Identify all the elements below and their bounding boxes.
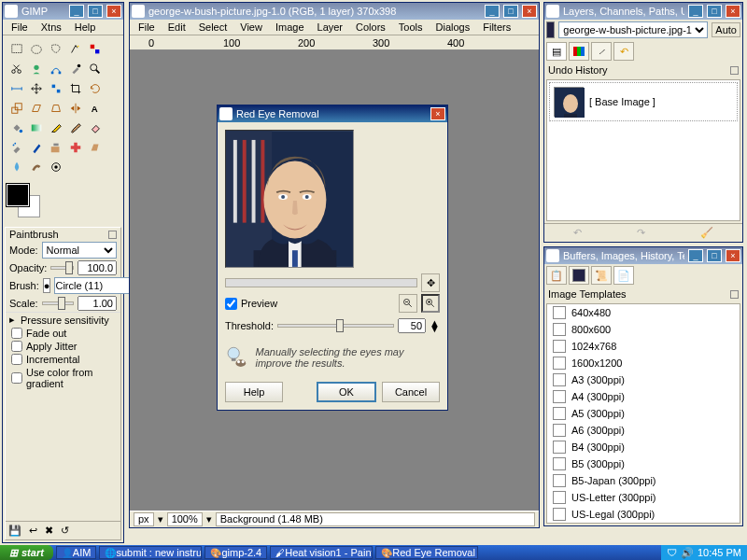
menu-select[interactable]: Select xyxy=(194,21,233,34)
gradient-check[interactable] xyxy=(11,372,22,384)
menu-image[interactable]: Image xyxy=(271,21,309,34)
system-tray[interactable]: 🛡 🔊 10:45 PM xyxy=(661,545,747,560)
opacity-value[interactable] xyxy=(78,260,117,275)
clear-undo-icon[interactable]: 🧹 xyxy=(700,227,713,239)
templates-list[interactable]: 640x480800x6001024x7681600x1200A3 (300pp… xyxy=(546,303,740,524)
cancel-button[interactable]: Cancel xyxy=(382,382,440,402)
close-button[interactable]: × xyxy=(430,107,445,120)
status-zoom[interactable]: 100% xyxy=(167,512,203,526)
tool-color-picker[interactable] xyxy=(65,59,85,78)
tool-free-select[interactable] xyxy=(46,39,65,59)
save-options-icon[interactable]: 💾 xyxy=(8,525,21,537)
template-item[interactable]: 640x480 xyxy=(547,304,740,321)
layers-titlebar[interactable]: Layers, Channels, Paths, Undo _ □ × xyxy=(544,3,742,20)
tab-paths[interactable]: ⟋ xyxy=(591,42,612,61)
tab-undo[interactable]: ↶ xyxy=(613,42,634,61)
menu-colors[interactable]: Colors xyxy=(351,21,390,34)
tool-clone[interactable] xyxy=(46,137,65,157)
minimize-button[interactable]: _ xyxy=(688,249,703,262)
template-item[interactable]: 1024x768 xyxy=(547,338,740,355)
panel-menu-icon[interactable] xyxy=(730,66,739,75)
tool-fuzzy-select[interactable] xyxy=(65,39,85,59)
delete-options-icon[interactable]: ✖ xyxy=(45,525,53,537)
template-item[interactable]: 747x560 xyxy=(547,321,740,338)
tool-zoom[interactable] xyxy=(85,59,105,78)
close-button[interactable]: × xyxy=(726,249,740,262)
spin-down-icon[interactable]: ▼ xyxy=(430,326,440,331)
tool-heal[interactable] xyxy=(65,137,85,157)
move-icon[interactable]: ✥ xyxy=(421,273,440,292)
threshold-value[interactable] xyxy=(398,318,426,333)
minimize-button[interactable]: _ xyxy=(688,5,703,18)
tool-ellipse-select[interactable] xyxy=(26,39,46,59)
close-button[interactable]: × xyxy=(726,5,740,18)
menu-file[interactable]: File xyxy=(134,21,160,34)
fg-color[interactable] xyxy=(7,184,29,206)
menu-help[interactable]: Help xyxy=(70,21,101,34)
tool-crop[interactable] xyxy=(65,78,85,98)
image-select[interactable]: george-w-bush-picture.jpg-1 xyxy=(558,21,708,38)
tool-paintbrush[interactable] xyxy=(65,118,85,137)
tool-scissors[interactable] xyxy=(7,59,26,78)
undo-icon[interactable]: ↶ xyxy=(573,227,582,239)
tool-flip[interactable] xyxy=(65,98,85,118)
dropdown-icon[interactable]: ▾ xyxy=(158,513,163,525)
templates-titlebar[interactable]: Buffers, Images, History, Templates _ □ … xyxy=(544,247,742,264)
help-button[interactable]: Help xyxy=(225,382,283,402)
minimize-button[interactable]: _ xyxy=(69,5,84,18)
tool-blend[interactable] xyxy=(26,118,46,137)
tool-text[interactable]: A xyxy=(85,98,105,118)
menu-view[interactable]: View xyxy=(235,21,267,34)
start-button[interactable]: ⊞start xyxy=(0,545,53,560)
toolbox-titlebar[interactable]: GIMP _ □ × xyxy=(3,3,123,20)
panel-menu-icon[interactable] xyxy=(730,290,739,299)
tool-perspective-clone[interactable] xyxy=(85,137,105,157)
tool-ink[interactable] xyxy=(26,137,46,157)
tool-color-select[interactable] xyxy=(85,39,105,59)
close-button[interactable]: × xyxy=(106,5,121,18)
status-units[interactable]: px xyxy=(134,512,154,526)
brush-preview[interactable]: ● xyxy=(43,278,51,293)
pressure-expander[interactable]: Pressure sensitivity xyxy=(21,315,109,326)
tool-rect-select[interactable] xyxy=(7,39,26,59)
tab-channels[interactable] xyxy=(569,42,589,61)
preview-check[interactable] xyxy=(225,298,237,310)
fadeout-check[interactable] xyxy=(11,328,22,339)
auto-button[interactable]: Auto xyxy=(712,22,740,37)
task-redeye[interactable]: 🎨 Red Eye Removal xyxy=(375,546,478,559)
template-item[interactable]: A5 (300ppi) xyxy=(547,405,740,422)
maximize-button[interactable]: □ xyxy=(707,5,722,18)
opacity-slider[interactable] xyxy=(50,266,74,270)
task-gimp[interactable]: 🎨 gimp-2.4 xyxy=(204,546,267,559)
redo-icon[interactable]: ↷ xyxy=(637,227,645,239)
menu-tools[interactable]: Tools xyxy=(394,21,428,34)
tool-dodge[interactable] xyxy=(46,157,65,176)
tool-airbrush[interactable] xyxy=(7,137,26,157)
template-item[interactable]: A4 (300ppi) xyxy=(547,388,740,405)
template-item[interactable]: A3 (300ppi) xyxy=(547,371,740,388)
menu-edit[interactable]: Edit xyxy=(163,21,190,34)
menu-filters[interactable]: Filters xyxy=(478,21,515,34)
menu-xtns[interactable]: Xtns xyxy=(36,21,66,34)
tool-rotate[interactable] xyxy=(85,78,105,98)
template-item[interactable]: 1600x1200 xyxy=(547,355,740,371)
reset-options-icon[interactable]: ↺ xyxy=(61,525,69,537)
maximize-button[interactable]: □ xyxy=(88,5,103,18)
image-titlebar[interactable]: george-w-bush-picture.jpg-1.0 (RGB, 1 la… xyxy=(130,3,539,20)
template-item[interactable]: B5-Japan (300ppi) xyxy=(547,472,740,489)
menu-layer[interactable]: Layer xyxy=(313,21,348,34)
panel-menu-icon[interactable] xyxy=(108,231,117,239)
tray-icon[interactable]: 🛡 xyxy=(667,547,677,558)
tab-buffers[interactable]: 📋 xyxy=(546,266,567,285)
task-browser[interactable]: 🌐 submit : new instruc... xyxy=(99,546,202,559)
scale-slider[interactable] xyxy=(42,301,74,305)
template-item[interactable]: B4 (300ppi) xyxy=(547,439,740,455)
threshold-slider[interactable] xyxy=(277,324,394,328)
tool-scale[interactable] xyxy=(7,98,26,118)
tab-images[interactable] xyxy=(569,266,589,285)
preview-scrollbar[interactable] xyxy=(225,278,417,287)
tool-move[interactable] xyxy=(26,78,46,98)
task-paint[interactable]: 🖌 Heat vision1 - Paint xyxy=(270,546,373,559)
tool-shear[interactable] xyxy=(26,98,46,118)
tool-bucket-fill[interactable] xyxy=(7,118,26,137)
